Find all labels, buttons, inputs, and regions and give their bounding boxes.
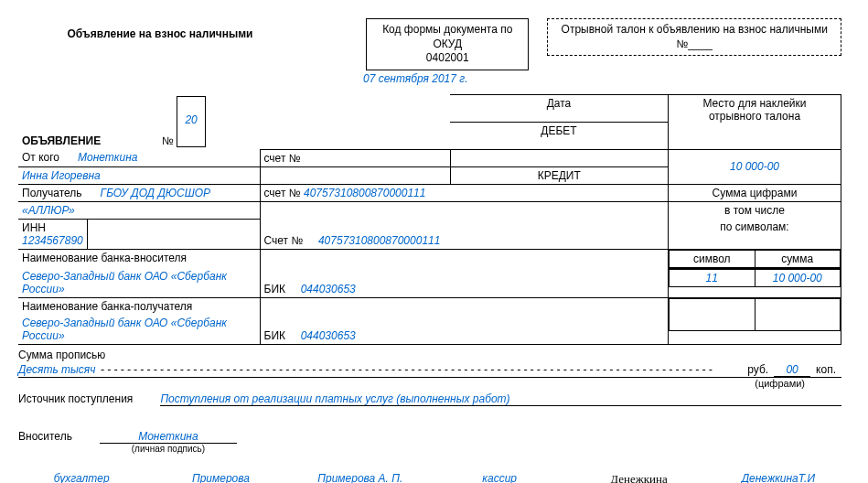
depositor-label: Вноситель bbox=[18, 430, 100, 443]
bik-value-2: 044030653 bbox=[301, 329, 356, 342]
sig2-value: Примерова bbox=[157, 472, 284, 483]
rub-label: руб. bbox=[742, 363, 774, 376]
date-label: Дата bbox=[450, 94, 669, 122]
kop-value: 00 bbox=[774, 363, 810, 377]
bik-label-2: БИК bbox=[264, 329, 286, 342]
summa-words-label: Сумма прописью bbox=[18, 349, 105, 361]
kredit-label: КРЕДИТ bbox=[450, 166, 669, 184]
vtom-2: по символам: bbox=[669, 219, 841, 249]
summa-cifr-label: Сумма цифрами bbox=[669, 184, 841, 201]
bank-in-label: Наименование банка-вносителя bbox=[18, 249, 260, 268]
date-value: 07 сентября 2017 г. bbox=[302, 72, 529, 85]
symbol-label: символ bbox=[670, 250, 755, 267]
sticker-text2: отрывного талона bbox=[672, 110, 837, 123]
sig1-value: бухгалтер bbox=[18, 472, 145, 483]
inn-schet-value: 40757310800870000111 bbox=[318, 234, 440, 247]
sig4-value: кассир bbox=[436, 472, 563, 483]
num-label: № bbox=[162, 134, 174, 147]
from-name2: Инна Игоревна bbox=[22, 169, 101, 182]
inn-label: ИНН bbox=[22, 221, 46, 234]
summa-cell-value: 10 000-00 bbox=[755, 269, 841, 286]
bik-label-1: БИК bbox=[264, 283, 286, 295]
recipient-schet: 40757310800870000111 bbox=[304, 187, 425, 199]
source-label: Источник поступления bbox=[18, 392, 160, 405]
sticker-text1: Место для наклейки bbox=[672, 97, 837, 110]
symbol-value: 11 bbox=[670, 269, 755, 286]
tearoff-box: Отрывной талон к объявлению на взнос нал… bbox=[547, 18, 841, 56]
bank-out-label: Наименование банка-получателя bbox=[18, 298, 260, 316]
sig6-value: ДенежкинаТ.И bbox=[715, 472, 841, 483]
bik-value-1: 044030653 bbox=[301, 283, 356, 295]
recipient-label: Получатель bbox=[22, 187, 82, 199]
source-value: Поступления от реализации платных услуг … bbox=[160, 392, 841, 406]
summa-words-value: Десять тысяч bbox=[18, 363, 100, 376]
recipient-name2: «АЛЛЮР» bbox=[22, 204, 75, 217]
inn-schet-label: Счет № bbox=[264, 234, 304, 247]
inn-value: 1234567890 bbox=[22, 234, 83, 247]
depositor-value: Монеткина bbox=[100, 430, 237, 444]
bank-in-value: Северо-Западный банк ОАО «Сбербанк Росси… bbox=[22, 270, 227, 295]
okud-label: Код формы документа по ОКУД bbox=[382, 23, 512, 50]
okud-value: 0402001 bbox=[426, 51, 469, 64]
summa-col-label: сумма bbox=[755, 250, 841, 267]
bank-out-value: Северо-Западный банк ОАО «Сбербанк Росси… bbox=[22, 317, 227, 342]
depositor-sub: (личная подпись) bbox=[100, 444, 237, 454]
sig5-value: Денежкина bbox=[575, 472, 702, 483]
kop-label: коп. bbox=[810, 363, 841, 376]
recipient-name1: ГБОУ ДОД ДЮСШОР bbox=[101, 187, 210, 199]
debet-label: ДЕБЕТ bbox=[450, 122, 669, 149]
amount-10000: 10 000-00 bbox=[669, 149, 841, 184]
okud-box: Код формы документа по ОКУД 0402001 bbox=[366, 18, 529, 70]
from-label: От кого bbox=[22, 151, 59, 164]
from-name1: Монеткина bbox=[78, 151, 137, 164]
vtom-1: в том числе bbox=[669, 201, 841, 219]
sig3-value: Примерова А. П. bbox=[297, 472, 423, 483]
num-value: 20 bbox=[185, 113, 197, 126]
schet-label-1: счет № bbox=[260, 149, 450, 166]
form-title: Объявление на взнос наличными bbox=[18, 18, 302, 40]
obj-title: ОБЪЯВЛЕНИЕ bbox=[22, 134, 101, 147]
cifr-label: (цифрами) bbox=[18, 378, 841, 389]
schet-label-2: счет № bbox=[264, 187, 301, 199]
